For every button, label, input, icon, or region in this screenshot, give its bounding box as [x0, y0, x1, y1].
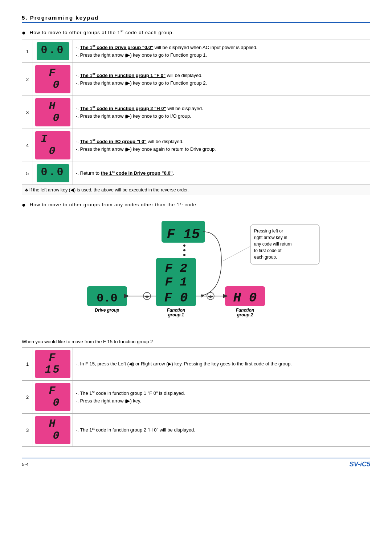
display-cell: F 0	[33, 381, 73, 414]
row-num: 2	[22, 63, 33, 96]
svg-text:each  group.: each group.	[254, 255, 277, 260]
when-text: When you would like to move from the F 1…	[22, 339, 370, 344]
display-cell: 0.0	[33, 162, 73, 185]
desc-cell-t2-3: -. The 1st code in function group 2 "H 0…	[73, 414, 370, 447]
desc-cell-1: -. The 1st code in Drive group "0.0" wil…	[73, 40, 370, 63]
row-num: 4	[22, 129, 33, 162]
table-row: 1 0.0 -. The 1st code in Drive group "0.…	[22, 40, 370, 63]
row-num: 3	[22, 96, 33, 129]
table-row: 1 F 15 -. In F 15, press the Left (◀) or…	[22, 348, 370, 381]
svg-point-3	[183, 249, 185, 251]
footer-page: 5-4	[22, 462, 29, 467]
lcd-display-t2-2: F 0	[35, 383, 70, 411]
note-row: ♣ If the left arrow key (◀) is used, the…	[22, 185, 370, 195]
svg-text:◀▶: ◀▶	[144, 295, 150, 298]
desc-cell-4: -. The 1st code in I/O group "I 0" will …	[73, 129, 370, 162]
bullet1-text: How to move to other groups at the 1st c…	[30, 29, 174, 35]
svg-text:F 15: F 15	[167, 227, 200, 242]
lcd-display-5: 0.0	[37, 164, 69, 182]
display-cell: I 0	[33, 129, 73, 162]
lcd-display-t2-3: H 0	[35, 416, 70, 444]
table-row: 5 0.0 -. Return to the 1st code in Drive…	[22, 162, 370, 185]
display-cell: 0.0	[33, 40, 73, 63]
bullet2-dot: ●	[22, 202, 26, 208]
table2: 1 F 15 -. In F 15, press the Left (◀) or…	[22, 347, 370, 447]
section-title: 5. Programming keypad	[22, 15, 370, 23]
svg-text:F 0: F 0	[164, 291, 188, 305]
svg-text:right  arrow  key  in: right arrow key in	[254, 235, 287, 240]
table-row: 4 I 0 -. The 1st code in I/O group "I 0"…	[22, 129, 370, 162]
lcd-display-4: I 0	[35, 131, 70, 159]
bullet2-intro: ● How to move to other groups from any c…	[22, 202, 370, 208]
table-row: 2 F 0 -. The 1st code in function group …	[22, 381, 370, 414]
table-row: 3 H 0 -. The 1st code in Function group …	[22, 96, 370, 129]
bullet2-text: How to move to other groups from any cod…	[30, 202, 196, 207]
diagram-svg: F 15 F 2 F 1 F 0 Function group 1 0.0 Dr…	[69, 217, 323, 330]
svg-text:Function: Function	[167, 308, 185, 313]
svg-line-32	[223, 246, 250, 261]
svg-text:group 1: group 1	[168, 312, 184, 317]
svg-text:to   first   code   of: to first code of	[254, 248, 282, 253]
display-cell: F 0	[33, 63, 73, 96]
diagram-area: F 15 F 2 F 1 F 0 Function group 1 0.0 Dr…	[22, 215, 370, 332]
desc-cell-3: -. The 1st code in Function group 2 "H 0…	[73, 96, 370, 129]
svg-text:Drive group: Drive group	[95, 308, 119, 313]
svg-text:any  code  will  return: any code will return	[254, 242, 291, 247]
desc-cell-t2-2: -. The 1st code in function group 1 "F 0…	[73, 381, 370, 414]
desc-cell-5: -. Return to the 1st code in Drive group…	[73, 162, 370, 185]
svg-text:Function: Function	[236, 308, 254, 313]
bullet1-intro: ● How to move to other groups at the 1st…	[22, 29, 370, 36]
svg-text:0.0: 0.0	[97, 292, 118, 305]
display-cell: H 0	[33, 96, 73, 129]
footer-model: SV-iC5	[350, 461, 370, 468]
display-cell: H 0	[33, 414, 73, 447]
table1: 1 0.0 -. The 1st code in Drive group "0.…	[22, 40, 370, 195]
display-cell: F 15	[33, 348, 73, 381]
note-cell: ♣ If the left arrow key (◀) is used, the…	[22, 185, 370, 195]
row-num: 5	[22, 162, 33, 185]
desc-cell-t2-1: -. In F 15, press the Left (◀) or Right …	[73, 348, 370, 381]
lcd-display-1: 0.0	[37, 42, 69, 60]
svg-point-4	[183, 254, 185, 256]
svg-text:H 0: H 0	[233, 291, 257, 305]
svg-text:Pressing   left    or: Pressing left or	[254, 228, 283, 234]
row-num: 2	[22, 381, 33, 414]
page-footer: 5-4 SV-iC5	[22, 458, 370, 468]
row-num: 1	[22, 348, 33, 381]
bullet1-dot: ●	[22, 29, 26, 36]
svg-point-2	[183, 244, 185, 247]
lcd-display-3: H 0	[35, 98, 70, 126]
row-num: 3	[22, 414, 33, 447]
svg-text:◀▶: ◀▶	[208, 295, 213, 298]
lcd-display-2: F 0	[35, 65, 70, 93]
table-row: 2 F 0 -. The 1st code in Function group …	[22, 63, 370, 96]
lcd-display-t2-1: F 15	[35, 350, 70, 378]
desc-cell-2: -. The 1st code in Function group 1 "F 0…	[73, 63, 370, 96]
svg-text:group 2: group 2	[237, 312, 253, 317]
row-num: 1	[22, 40, 33, 63]
table-row: 3 H 0 -. The 1st code in function group …	[22, 414, 370, 447]
